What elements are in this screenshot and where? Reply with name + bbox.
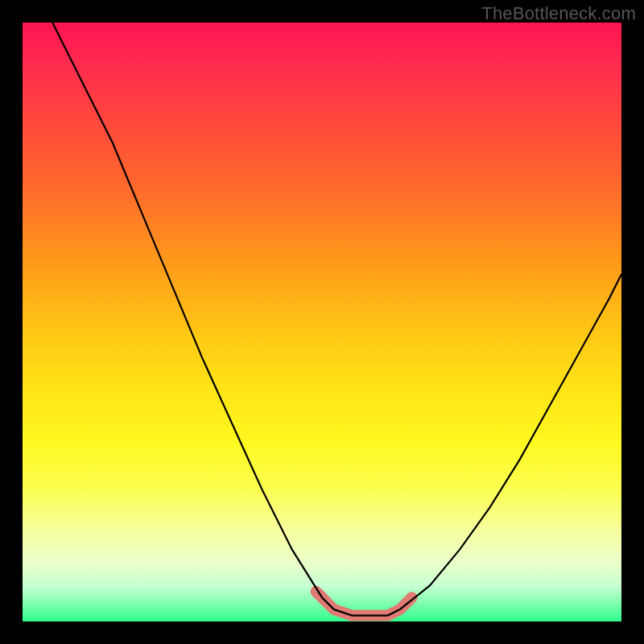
chart-frame: TheBottleneck.com	[0, 0, 644, 644]
left-branch-curve	[52, 23, 334, 609]
watermark-text: TheBottleneck.com	[481, 3, 636, 24]
accent-valley	[316, 592, 412, 616]
plot-area	[23, 23, 621, 621]
curve-layer	[23, 23, 621, 621]
right-branch-curve	[400, 275, 621, 610]
